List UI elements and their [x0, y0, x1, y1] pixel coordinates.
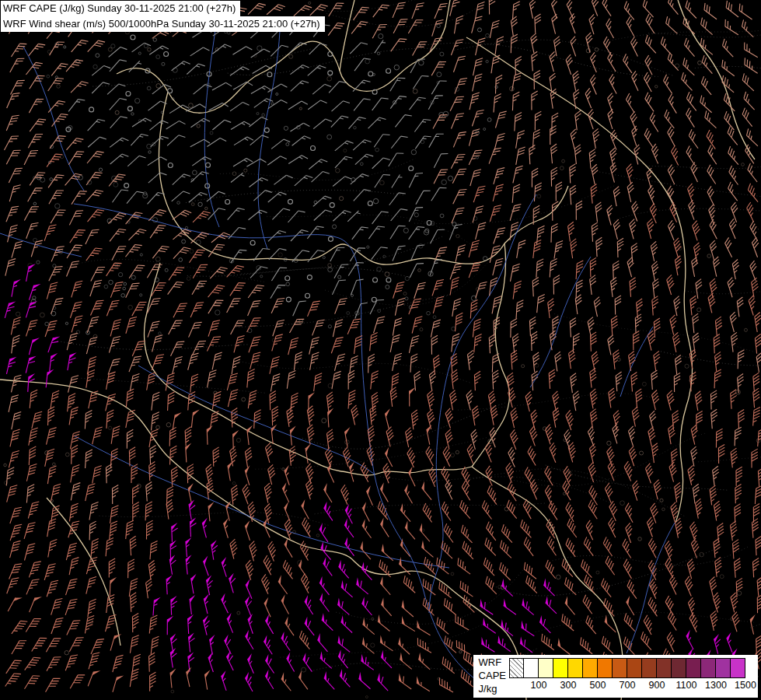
- title-wind-shear: WRF Wind shear (m/s) 500/1000hPa Sunday …: [1, 16, 325, 32]
- legend-tick-row: 100300500700900110013001500: [509, 678, 747, 691]
- legend-color-bar: [509, 658, 747, 678]
- legend-tick-1300: 1300: [705, 680, 727, 691]
- legend-tick-1500: 1500: [735, 680, 756, 691]
- legend-swatch-4: [568, 658, 583, 678]
- legend-swatch-12: [686, 658, 701, 678]
- legend-swatch-11: [672, 658, 686, 678]
- legend-title-parameter: CAPE: [479, 670, 506, 683]
- legend-tick-500: 500: [590, 680, 606, 691]
- legend-swatch-1: [524, 658, 539, 678]
- legend-swatch-2: [539, 658, 553, 678]
- legend-swatch-10: [657, 658, 672, 678]
- legend-tick-700: 700: [620, 680, 636, 691]
- cape-legend: WRF CAPE J/kg 10030050070090011001300150…: [473, 655, 758, 698]
- legend-swatch-3: [553, 658, 568, 678]
- legend-swatch-0: [509, 658, 524, 678]
- legend-tick-100: 100: [531, 680, 547, 691]
- legend-swatch-5: [583, 658, 598, 678]
- legend-title-model: WRF: [479, 656, 506, 670]
- legend-swatch-8: [627, 658, 642, 678]
- legend-swatch-7: [613, 658, 627, 678]
- legend-swatch-13: [701, 658, 716, 678]
- legend-swatch-15: [731, 658, 745, 678]
- legend-title-units: J/kg: [479, 683, 506, 696]
- weather-map: WRF CAPE (J/kg) Sunday 30-11-2025 21:00 …: [0, 0, 761, 700]
- legend-tick-900: 900: [649, 680, 665, 691]
- legend-swatch-6: [598, 658, 613, 678]
- legend-tick-300: 300: [560, 680, 577, 691]
- map-titles: WRF CAPE (J/kg) Sunday 30-11-2025 21:00 …: [1, 1, 325, 32]
- title-cape: WRF CAPE (J/kg) Sunday 30-11-2025 21:00 …: [1, 1, 240, 16]
- wind-barb-layer: [0, 0, 761, 700]
- legend-title: WRF CAPE J/kg: [473, 655, 509, 698]
- legend-tick-1100: 1100: [676, 680, 697, 691]
- legend-swatch-9: [642, 658, 657, 678]
- legend-scale: 100300500700900110013001500: [509, 655, 758, 698]
- legend-swatch-14: [716, 658, 731, 678]
